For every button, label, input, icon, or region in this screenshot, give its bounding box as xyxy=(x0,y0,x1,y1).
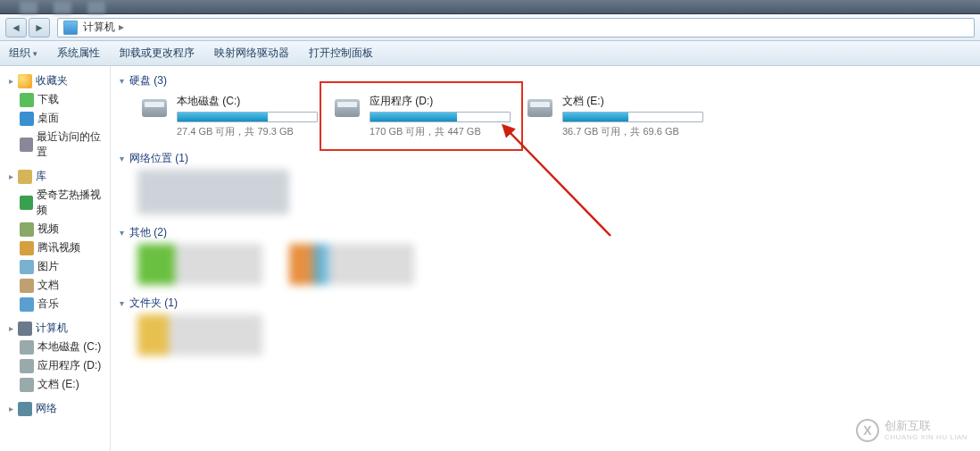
taskbar-blur xyxy=(20,1,37,13)
computer-icon xyxy=(18,322,32,336)
folder-icon xyxy=(20,260,34,274)
chevron-down-icon: ▸ xyxy=(5,323,16,334)
sidebar-item[interactable]: 爱奇艺热播视频 xyxy=(0,186,110,220)
watermark-brand: 创新互联 xyxy=(884,420,968,432)
sidebar-item-label: 网络 xyxy=(36,401,57,416)
library-icon xyxy=(18,170,32,184)
sidebar-item-label: 文档 xyxy=(37,278,59,293)
sidebar-item[interactable]: 下载 xyxy=(0,90,110,109)
drive-usage-text: 170 GB 可用，共 447 GB xyxy=(370,125,511,138)
taskbar-blur xyxy=(54,1,71,13)
address-input[interactable]: 计算机▸ xyxy=(57,18,975,38)
drive-icon xyxy=(525,94,555,124)
drive-item[interactable]: 应用程序 (D:)170 GB 可用，共 447 GB xyxy=(330,92,512,140)
sidebar-item-label: 腾讯视频 xyxy=(37,240,80,255)
sidebar-item-label: 视频 xyxy=(37,221,59,237)
folder-icon xyxy=(20,112,34,126)
network-icon xyxy=(18,402,32,416)
folder-icon xyxy=(20,196,33,210)
drive-usage-bar xyxy=(177,112,318,122)
group-header-folders[interactable]: 文件夹 (1) xyxy=(118,292,973,314)
computer-icon xyxy=(63,21,78,35)
sidebar-item[interactable]: 图片 xyxy=(0,257,110,276)
sidebar-item-label: 桌面 xyxy=(37,111,59,126)
mapdrive-button[interactable]: 映射网络驱动器 xyxy=(214,46,289,61)
sidebar-item[interactable]: 桌面 xyxy=(0,109,110,128)
cpanel-button[interactable]: 打开控制面板 xyxy=(309,46,373,61)
watermark-sub: CHUANG XIN HU LIAN xyxy=(884,433,968,441)
drive-name: 应用程序 (D:) xyxy=(370,94,511,109)
drive-name: 文档 (E:) xyxy=(562,94,703,109)
sidebar-item-label: 爱奇艺热播视频 xyxy=(37,188,104,218)
sidebar-item-label: 本地磁盘 (C:) xyxy=(37,339,101,355)
nav-fwd-button[interactable]: ► xyxy=(29,18,50,38)
sidebar-item-label: 计算机 xyxy=(36,321,68,336)
drive-icon xyxy=(332,94,362,124)
drive-item[interactable]: 文档 (E:)36.7 GB 可用，共 69.6 GB xyxy=(523,92,705,140)
sidebar-libraries[interactable]: ▸库 xyxy=(0,167,110,186)
sidebar-item-label: 收藏夹 xyxy=(36,73,68,88)
folder-icon xyxy=(20,340,34,355)
sidebar-item[interactable]: 最近访问的位置 xyxy=(0,128,110,162)
address-bar: ◄ ► 计算机▸ xyxy=(0,14,980,41)
watermark: X 创新互联 CHUANG XIN HU LIAN xyxy=(849,415,975,446)
titlebar xyxy=(0,0,980,14)
group-header-netloc[interactable]: 网络位置 (1) xyxy=(118,147,973,170)
group-header-other[interactable]: 其他 (2) xyxy=(118,221,973,244)
list-item[interactable] xyxy=(289,244,414,285)
drive-name: 本地磁盘 (C:) xyxy=(177,94,318,109)
sidebar-favorites[interactable]: ▸收藏夹 xyxy=(0,71,110,90)
star-icon xyxy=(18,74,32,88)
folder-icon xyxy=(20,241,34,255)
folder-icon xyxy=(20,359,34,373)
sidebar-item-label: 最近访问的位置 xyxy=(37,129,104,160)
list-item[interactable] xyxy=(137,244,262,285)
chevron-down-icon: ▸ xyxy=(5,404,16,414)
sidebar-item[interactable]: 文档 (E:) xyxy=(0,375,110,394)
drive-usage-text: 36.7 GB 可用，共 69.6 GB xyxy=(562,125,703,138)
sidebar-item-label: 库 xyxy=(36,169,46,184)
list-item[interactable] xyxy=(137,170,289,214)
sidebar: ▸收藏夹 下载桌面最近访问的位置 ▸库 爱奇艺热播视频视频腾讯视频图片文档音乐 … xyxy=(0,66,111,451)
breadcrumb[interactable]: 计算机▸ xyxy=(83,20,128,35)
folder-icon xyxy=(20,378,34,392)
sysprops-button[interactable]: 系统属性 xyxy=(57,46,100,61)
drive-icon xyxy=(139,94,170,124)
list-item[interactable] xyxy=(137,314,262,355)
sidebar-item[interactable]: 本地磁盘 (C:) xyxy=(0,338,110,356)
sidebar-item[interactable]: 视频 xyxy=(0,220,110,238)
drive-item[interactable]: 本地磁盘 (C:)27.4 GB 可用，共 79.3 GB xyxy=(137,92,320,140)
sidebar-item[interactable]: 应用程序 (D:) xyxy=(0,356,110,375)
chevron-down-icon: ▸ xyxy=(5,76,16,87)
folder-icon xyxy=(20,297,34,312)
chevron-down-icon: ▸ xyxy=(5,171,16,182)
sidebar-item[interactable]: 文档 xyxy=(0,276,110,295)
main-pane: 硬盘 (3) 本地磁盘 (C:)27.4 GB 可用，共 79.3 GB应用程序… xyxy=(111,66,980,451)
sidebar-network[interactable]: ▸网络 xyxy=(0,399,110,418)
sidebar-item-label: 音乐 xyxy=(37,296,59,312)
sidebar-item[interactable]: 腾讯视频 xyxy=(0,238,110,257)
folder-icon xyxy=(20,138,33,152)
taskbar-blur xyxy=(87,1,105,13)
drive-usage-bar xyxy=(562,112,703,122)
sidebar-item-label: 下载 xyxy=(37,92,59,107)
watermark-icon: X xyxy=(856,419,879,442)
sidebar-computer[interactable]: ▸计算机 xyxy=(0,319,110,338)
sidebar-item-label: 应用程序 (D:) xyxy=(37,358,101,373)
sidebar-item[interactable]: 音乐 xyxy=(0,295,110,313)
folder-icon xyxy=(20,222,34,237)
toolbar: 组织 系统属性 卸载或更改程序 映射网络驱动器 打开控制面板 xyxy=(0,41,980,66)
nav-back-button[interactable]: ◄ xyxy=(5,18,27,38)
organize-button[interactable]: 组织 xyxy=(9,46,37,61)
uninstall-button[interactable]: 卸载或更改程序 xyxy=(120,46,195,61)
group-header-drives[interactable]: 硬盘 (3) xyxy=(118,70,973,92)
drive-usage-text: 27.4 GB 可用，共 79.3 GB xyxy=(177,125,318,138)
folder-icon xyxy=(20,93,34,107)
sidebar-item-label: 图片 xyxy=(37,259,59,274)
sidebar-item-label: 文档 (E:) xyxy=(37,377,79,392)
folder-icon xyxy=(20,279,34,293)
drive-usage-bar xyxy=(370,112,511,122)
